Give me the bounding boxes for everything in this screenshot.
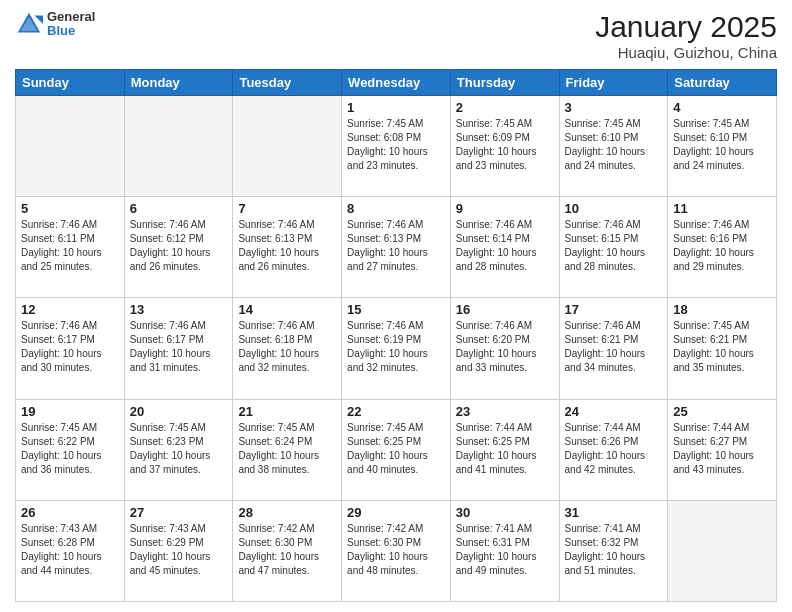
day-number: 21 (238, 404, 336, 419)
day-number: 12 (21, 302, 119, 317)
table-row (668, 500, 777, 601)
day-info: Sunrise: 7:44 AM Sunset: 6:26 PM Dayligh… (565, 421, 663, 477)
day-number: 19 (21, 404, 119, 419)
day-info: Sunrise: 7:46 AM Sunset: 6:15 PM Dayligh… (565, 218, 663, 274)
day-number: 3 (565, 100, 663, 115)
table-row: 29Sunrise: 7:42 AM Sunset: 6:30 PM Dayli… (342, 500, 451, 601)
day-number: 30 (456, 505, 554, 520)
logo-icon (15, 10, 43, 38)
table-row: 26Sunrise: 7:43 AM Sunset: 6:28 PM Dayli… (16, 500, 125, 601)
col-saturday: Saturday (668, 70, 777, 96)
col-tuesday: Tuesday (233, 70, 342, 96)
table-row: 3Sunrise: 7:45 AM Sunset: 6:10 PM Daylig… (559, 96, 668, 197)
table-row (124, 96, 233, 197)
day-info: Sunrise: 7:45 AM Sunset: 6:25 PM Dayligh… (347, 421, 445, 477)
table-row: 17Sunrise: 7:46 AM Sunset: 6:21 PM Dayli… (559, 298, 668, 399)
day-info: Sunrise: 7:43 AM Sunset: 6:28 PM Dayligh… (21, 522, 119, 578)
day-info: Sunrise: 7:46 AM Sunset: 6:17 PM Dayligh… (130, 319, 228, 375)
day-info: Sunrise: 7:46 AM Sunset: 6:14 PM Dayligh… (456, 218, 554, 274)
table-row: 16Sunrise: 7:46 AM Sunset: 6:20 PM Dayli… (450, 298, 559, 399)
day-info: Sunrise: 7:45 AM Sunset: 6:22 PM Dayligh… (21, 421, 119, 477)
calendar-subtitle: Huaqiu, Guizhou, China (595, 44, 777, 61)
day-info: Sunrise: 7:46 AM Sunset: 6:18 PM Dayligh… (238, 319, 336, 375)
table-row: 21Sunrise: 7:45 AM Sunset: 6:24 PM Dayli… (233, 399, 342, 500)
day-info: Sunrise: 7:45 AM Sunset: 6:24 PM Dayligh… (238, 421, 336, 477)
calendar-week-row: 19Sunrise: 7:45 AM Sunset: 6:22 PM Dayli… (16, 399, 777, 500)
col-thursday: Thursday (450, 70, 559, 96)
table-row (16, 96, 125, 197)
logo-text: General Blue (47, 10, 95, 39)
table-row: 5Sunrise: 7:46 AM Sunset: 6:11 PM Daylig… (16, 197, 125, 298)
day-number: 2 (456, 100, 554, 115)
day-number: 27 (130, 505, 228, 520)
header: General Blue January 2025 Huaqiu, Guizho… (15, 10, 777, 61)
day-info: Sunrise: 7:41 AM Sunset: 6:31 PM Dayligh… (456, 522, 554, 578)
day-number: 6 (130, 201, 228, 216)
day-info: Sunrise: 7:46 AM Sunset: 6:11 PM Dayligh… (21, 218, 119, 274)
table-row: 13Sunrise: 7:46 AM Sunset: 6:17 PM Dayli… (124, 298, 233, 399)
table-row (233, 96, 342, 197)
day-number: 22 (347, 404, 445, 419)
calendar-week-row: 5Sunrise: 7:46 AM Sunset: 6:11 PM Daylig… (16, 197, 777, 298)
table-row: 10Sunrise: 7:46 AM Sunset: 6:15 PM Dayli… (559, 197, 668, 298)
calendar-title: January 2025 (595, 10, 777, 44)
day-info: Sunrise: 7:46 AM Sunset: 6:13 PM Dayligh… (347, 218, 445, 274)
table-row: 25Sunrise: 7:44 AM Sunset: 6:27 PM Dayli… (668, 399, 777, 500)
day-info: Sunrise: 7:44 AM Sunset: 6:25 PM Dayligh… (456, 421, 554, 477)
table-row: 4Sunrise: 7:45 AM Sunset: 6:10 PM Daylig… (668, 96, 777, 197)
page: General Blue January 2025 Huaqiu, Guizho… (0, 0, 792, 612)
table-row: 14Sunrise: 7:46 AM Sunset: 6:18 PM Dayli… (233, 298, 342, 399)
day-number: 29 (347, 505, 445, 520)
table-row: 18Sunrise: 7:45 AM Sunset: 6:21 PM Dayli… (668, 298, 777, 399)
day-number: 25 (673, 404, 771, 419)
table-row: 15Sunrise: 7:46 AM Sunset: 6:19 PM Dayli… (342, 298, 451, 399)
table-row: 19Sunrise: 7:45 AM Sunset: 6:22 PM Dayli… (16, 399, 125, 500)
day-number: 8 (347, 201, 445, 216)
table-row: 23Sunrise: 7:44 AM Sunset: 6:25 PM Dayli… (450, 399, 559, 500)
day-number: 23 (456, 404, 554, 419)
table-row: 9Sunrise: 7:46 AM Sunset: 6:14 PM Daylig… (450, 197, 559, 298)
logo-general-text: General (47, 10, 95, 24)
day-number: 15 (347, 302, 445, 317)
day-number: 16 (456, 302, 554, 317)
logo-blue-text: Blue (47, 24, 95, 38)
day-number: 4 (673, 100, 771, 115)
day-info: Sunrise: 7:45 AM Sunset: 6:09 PM Dayligh… (456, 117, 554, 173)
day-info: Sunrise: 7:42 AM Sunset: 6:30 PM Dayligh… (238, 522, 336, 578)
calendar-week-row: 12Sunrise: 7:46 AM Sunset: 6:17 PM Dayli… (16, 298, 777, 399)
day-number: 20 (130, 404, 228, 419)
table-row: 22Sunrise: 7:45 AM Sunset: 6:25 PM Dayli… (342, 399, 451, 500)
col-sunday: Sunday (16, 70, 125, 96)
day-info: Sunrise: 7:46 AM Sunset: 6:17 PM Dayligh… (21, 319, 119, 375)
day-info: Sunrise: 7:46 AM Sunset: 6:20 PM Dayligh… (456, 319, 554, 375)
day-number: 26 (21, 505, 119, 520)
table-row: 7Sunrise: 7:46 AM Sunset: 6:13 PM Daylig… (233, 197, 342, 298)
table-row: 11Sunrise: 7:46 AM Sunset: 6:16 PM Dayli… (668, 197, 777, 298)
table-row: 6Sunrise: 7:46 AM Sunset: 6:12 PM Daylig… (124, 197, 233, 298)
day-info: Sunrise: 7:45 AM Sunset: 6:21 PM Dayligh… (673, 319, 771, 375)
table-row: 12Sunrise: 7:46 AM Sunset: 6:17 PM Dayli… (16, 298, 125, 399)
day-number: 17 (565, 302, 663, 317)
table-row: 27Sunrise: 7:43 AM Sunset: 6:29 PM Dayli… (124, 500, 233, 601)
day-info: Sunrise: 7:45 AM Sunset: 6:10 PM Dayligh… (673, 117, 771, 173)
table-row: 30Sunrise: 7:41 AM Sunset: 6:31 PM Dayli… (450, 500, 559, 601)
day-number: 10 (565, 201, 663, 216)
day-number: 14 (238, 302, 336, 317)
day-number: 5 (21, 201, 119, 216)
table-row: 28Sunrise: 7:42 AM Sunset: 6:30 PM Dayli… (233, 500, 342, 601)
day-number: 18 (673, 302, 771, 317)
day-info: Sunrise: 7:42 AM Sunset: 6:30 PM Dayligh… (347, 522, 445, 578)
day-number: 7 (238, 201, 336, 216)
day-number: 13 (130, 302, 228, 317)
day-info: Sunrise: 7:45 AM Sunset: 6:10 PM Dayligh… (565, 117, 663, 173)
title-block: January 2025 Huaqiu, Guizhou, China (595, 10, 777, 61)
svg-marker-2 (35, 16, 43, 24)
col-monday: Monday (124, 70, 233, 96)
day-number: 28 (238, 505, 336, 520)
day-info: Sunrise: 7:46 AM Sunset: 6:19 PM Dayligh… (347, 319, 445, 375)
day-info: Sunrise: 7:45 AM Sunset: 6:08 PM Dayligh… (347, 117, 445, 173)
table-row: 31Sunrise: 7:41 AM Sunset: 6:32 PM Dayli… (559, 500, 668, 601)
day-info: Sunrise: 7:46 AM Sunset: 6:12 PM Dayligh… (130, 218, 228, 274)
col-friday: Friday (559, 70, 668, 96)
table-row: 1Sunrise: 7:45 AM Sunset: 6:08 PM Daylig… (342, 96, 451, 197)
